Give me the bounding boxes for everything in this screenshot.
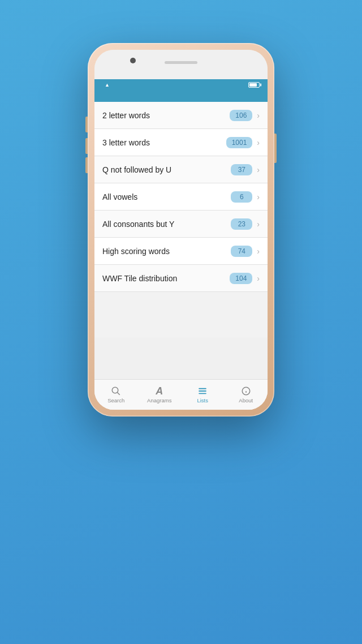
- tab-label-anagrams: Anagrams: [147, 397, 171, 403]
- list-item-label: 2 letter words: [102, 111, 150, 120]
- phone-screen: ▲ 2 letter words 106 ›: [94, 50, 268, 410]
- tab-label-lists: Lists: [197, 397, 208, 403]
- list-item-badge: 74: [231, 246, 252, 257]
- chevron-icon: ›: [257, 247, 260, 256]
- list-item[interactable]: All consonants but Y 23 ›: [94, 211, 268, 238]
- battery-fill: [249, 83, 257, 87]
- about-icon: [241, 386, 251, 396]
- chevron-icon: ›: [257, 220, 260, 229]
- list-item-label: WWF Tile distribution: [102, 274, 177, 283]
- tab-about[interactable]: About: [225, 380, 268, 410]
- svg-rect-4: [199, 393, 207, 394]
- list-item-badge: 106: [230, 110, 252, 121]
- list-item[interactable]: 3 letter words 1001 ›: [94, 129, 268, 156]
- phone-frame: ▲ 2 letter words 106 ›: [0, 33, 362, 417]
- list-item-label: 3 letter words: [102, 138, 150, 147]
- tab-bar: Search A Anagrams Lists About: [94, 379, 268, 410]
- list-item-right: 104 ›: [230, 273, 260, 284]
- chevron-icon: ›: [257, 274, 260, 283]
- chevron-icon: ›: [257, 192, 260, 201]
- list-item-badge: 6: [231, 191, 252, 203]
- list-item-right: 6 ›: [231, 191, 260, 203]
- tab-lists[interactable]: Lists: [181, 380, 225, 410]
- nav-bar: [94, 91, 268, 102]
- svg-point-0: [113, 387, 119, 393]
- anagrams-icon: A: [156, 386, 163, 396]
- list-item-label: All consonants but Y: [102, 220, 174, 229]
- tab-anagrams[interactable]: A Anagrams: [138, 380, 182, 410]
- chevron-icon: ›: [257, 165, 260, 174]
- list-item-right: 23 ›: [231, 218, 260, 230]
- list-item-label: Q not followed by U: [102, 165, 171, 174]
- list-item-label: High scoring words: [102, 247, 170, 256]
- battery-icon: [248, 82, 260, 88]
- list-empty-space: [94, 292, 268, 337]
- list-item[interactable]: All vowels 6 ›: [94, 183, 268, 211]
- list-item-badge: 23: [231, 218, 252, 230]
- tab-label-search: Search: [107, 397, 124, 403]
- hero-title: [0, 0, 362, 33]
- wifi-icon: ▲: [105, 82, 110, 88]
- phone-top-bar: [94, 50, 268, 79]
- chevron-icon: ›: [257, 111, 260, 120]
- list-item-badge: 1001: [226, 137, 253, 148]
- svg-line-1: [118, 392, 120, 395]
- speaker-icon: [165, 61, 197, 64]
- list-item-badge: 37: [231, 164, 252, 175]
- list-item-right: 74 ›: [231, 246, 260, 257]
- svg-rect-3: [199, 390, 207, 392]
- list-item[interactable]: WWF Tile distribution 104 ›: [94, 265, 268, 292]
- app-screen: ▲ 2 letter words 106 ›: [94, 79, 268, 410]
- list-container: 2 letter words 106 › 3 letter words 1001…: [94, 102, 268, 379]
- lists-icon: [197, 386, 208, 396]
- tab-search[interactable]: Search: [94, 380, 138, 410]
- list-item-label: All vowels: [102, 192, 137, 201]
- status-left: ▲: [102, 82, 110, 88]
- camera-icon: [130, 58, 136, 63]
- svg-rect-2: [199, 388, 207, 389]
- chevron-icon: ›: [257, 138, 260, 147]
- tab-label-about: About: [239, 397, 253, 403]
- list-item-badge: 104: [230, 273, 252, 284]
- list-item-right: 1001 ›: [226, 137, 260, 148]
- phone-body: ▲ 2 letter words 106 ›: [88, 43, 274, 417]
- list-item[interactable]: 2 letter words 106 ›: [94, 102, 268, 129]
- list-item[interactable]: Q not followed by U 37 ›: [94, 156, 268, 183]
- search-icon: [111, 386, 121, 396]
- list-item-right: 106 ›: [230, 110, 260, 121]
- list-item[interactable]: High scoring words 74 ›: [94, 238, 268, 265]
- list-item-right: 37 ›: [231, 164, 260, 175]
- status-bar: ▲: [94, 79, 268, 91]
